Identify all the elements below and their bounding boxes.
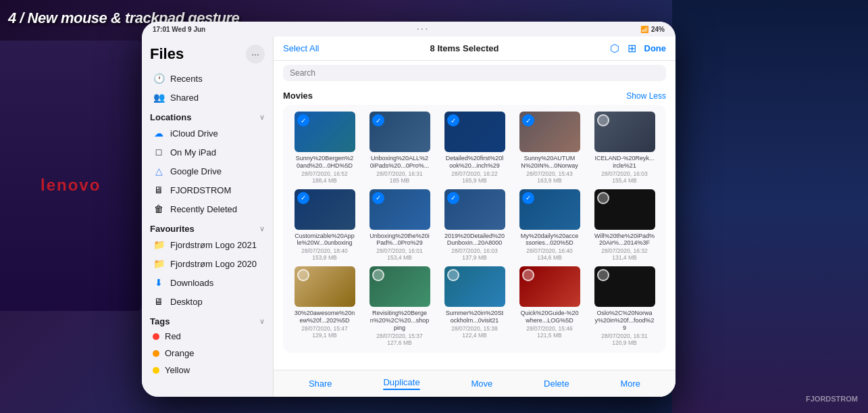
file-item-1[interactable]: ✓ Unboxing%20ALL%20iPads%20...0Pro%... 2… [365, 112, 434, 184]
move-button[interactable]: Move [471, 379, 492, 389]
file-item-12[interactable]: Summer%20in%20Stockholm...0visit21 28/07… [440, 266, 509, 345]
sidebar-item-shared[interactable]: 👥 Shared [145, 88, 270, 107]
favourites-section-header[interactable]: Favourites ∨ [142, 218, 273, 235]
sidebar-item-recently-deleted[interactable]: 🗑 Recently Deleted [145, 199, 270, 218]
share-toolbar-icon[interactable]: ⬡ [610, 42, 619, 55]
sidebar-item-fjordstrom[interactable]: 🖥 FJORDSTROM [145, 180, 270, 199]
sidebar-item-recents[interactable]: 🕐 Recents [145, 69, 270, 88]
file-item-3[interactable]: ✓ Sunny%20AUTUMN%20IN%...0Norway 28/07/2… [515, 112, 584, 184]
scroll-area[interactable]: Movies Show Less ✓ Sunny%20Bergen%20and%… [274, 85, 675, 370]
file-size-6: 153,4 MB [387, 254, 411, 261]
file-thumb-14 [594, 266, 655, 307]
sidebar-tag-yellow[interactable]: Yellow [145, 362, 270, 379]
sidebar-item-googledrive[interactable]: △ Google Drive [145, 162, 270, 180]
file-size-11: 127,6 MB [387, 339, 411, 346]
search-input[interactable] [283, 65, 666, 81]
grid-icon[interactable]: ⊞ [628, 42, 636, 55]
sidebar-item-logo2020[interactable]: 📁 Fjordstrøm Logo 2020 [145, 254, 270, 273]
toolbar-right: ⬡ ⊞ Done [610, 42, 667, 55]
file-item-0[interactable]: ✓ Sunny%20Bergen%20and%20...0HD%5D 28/07… [290, 112, 359, 184]
file-size-1: 185 MB [390, 177, 409, 184]
sidebar-title: Files [150, 45, 184, 63]
delete-button[interactable]: Delete [544, 379, 569, 389]
file-date-6: 28/07/2020, 16:01 [376, 247, 423, 254]
folder-icon-2: 📁 [153, 258, 165, 270]
file-item-2[interactable]: ✓ Detailed%20first%20look%20...inch%29 2… [440, 112, 509, 184]
duplicate-button[interactable]: Duplicate [383, 377, 419, 390]
file-item-9[interactable]: Will%20the%20iPad%20Air%...2014%3F 28/07… [590, 189, 659, 262]
file-thumb-11 [369, 266, 430, 307]
file-size-2: 165,9 MB [462, 177, 486, 184]
trash-icon: 🗑 [153, 203, 165, 215]
file-size-13: 121,5 MB [537, 332, 561, 339]
check-5: ✓ [297, 192, 309, 204]
sidebar-header: Files ··· [142, 42, 273, 69]
file-item-7[interactable]: ✓ 2019%20Detailed%20Dunboxin...20A8000 2… [440, 189, 509, 262]
check-empty-11 [372, 269, 384, 281]
recently-deleted-label: Recently Deleted [170, 204, 237, 214]
battery-level: 24% [651, 26, 665, 33]
desktop-icon: 🖥 [153, 295, 165, 308]
check-empty-10 [297, 269, 309, 281]
file-size-3: 163,9 MB [537, 177, 561, 184]
file-date-4: 28/07/2020, 16:03 [601, 170, 648, 177]
folder-icon-1: 📁 [153, 239, 165, 251]
file-item-8[interactable]: ✓ My%20daily%20accessories...020%5D 28/0… [515, 189, 584, 262]
red-tag-dot [153, 333, 159, 340]
file-thumb-4 [594, 112, 655, 152]
file-thumb-0: ✓ [295, 112, 355, 152]
file-size-10: 129,1 MB [312, 332, 336, 339]
sidebar: Files ··· 🕐 Recents 👥 Shared L [142, 37, 274, 397]
file-size-7: 137,9 MB [462, 254, 486, 261]
sidebar-item-logo2021[interactable]: 📁 Fjordstrøm Logo 2021 [145, 235, 270, 254]
locations-section-header[interactable]: Locations ∨ [142, 107, 273, 124]
icloud-icon: ☁ [153, 127, 165, 139]
file-item-4[interactable]: ICELAND-%20Reyk...ircle%21 28/07/2020, 1… [590, 112, 659, 184]
shared-label: Shared [170, 93, 199, 103]
status-time: 17:01 Wed 9 Jun [153, 26, 205, 33]
sidebar-item-desktop[interactable]: 🖥 Desktop [145, 292, 270, 311]
share-button[interactable]: Share [309, 379, 332, 389]
tags-title: Tags [150, 316, 170, 326]
sidebar-tag-red[interactable]: Red [145, 328, 270, 345]
selected-count: 8 Items Selected [430, 43, 499, 53]
file-name-7: 2019%20Detailed%20Dunboxin...20A8000 [444, 233, 505, 247]
sidebar-item-downloads[interactable]: ⬇ Downloads [145, 273, 270, 292]
sidebar-item-ipad[interactable]: □ On My iPad [145, 143, 270, 162]
file-item-6[interactable]: ✓ Unboxing%20the%20iPad%...0Pro%29 28/07… [365, 189, 434, 262]
file-item-11[interactable]: Revisiting%20Bergen%20%2C%20...shopping … [365, 266, 434, 345]
file-thumb-13 [519, 266, 580, 307]
ipad-icon: □ [153, 146, 165, 158]
downloads-label: Downloads [170, 278, 213, 288]
done-button[interactable]: Done [644, 43, 667, 53]
file-item-13[interactable]: Quick%20Guide-%20where...LOG%5D 28/07/20… [515, 266, 584, 345]
file-thumb-10 [295, 266, 355, 307]
file-thumb-3: ✓ [519, 112, 580, 152]
status-dots: ··· [416, 23, 429, 35]
logo2020-label: Fjordstrøm Logo 2020 [170, 259, 257, 269]
file-thumb-9 [594, 189, 655, 230]
file-item-14[interactable]: Oslo%2C%20Norway%20in%20f...food%29 28/0… [590, 266, 659, 345]
more-button[interactable]: More [620, 379, 640, 389]
select-all-button[interactable]: Select All [283, 43, 319, 53]
file-date-0: 28/07/2020, 16:52 [301, 170, 348, 177]
sidebar-menu-button[interactable]: ··· [246, 45, 265, 64]
file-thumb-12 [444, 266, 505, 307]
file-item-10[interactable]: 30%20awesome%20new%20f...202%5D 28/07/20… [290, 266, 359, 345]
bottom-toolbar: Share Duplicate Move Delete More [274, 370, 675, 397]
check-0: ✓ [297, 114, 309, 126]
file-item-5[interactable]: ✓ Customizable%20Apple%20W...0unboxing 2… [290, 189, 359, 262]
check-empty-13 [522, 269, 534, 281]
sidebar-item-icloud[interactable]: ☁ iCloud Drive [145, 124, 270, 143]
tags-section-header[interactable]: Tags ∨ [142, 311, 273, 328]
ipad-label: On My iPad [170, 147, 216, 157]
file-size-4: 155,4 MB [612, 177, 636, 184]
show-less-button[interactable]: Show Less [626, 91, 666, 101]
outer-background: 4 / New mouse & trackpad gesture lenovo … [0, 0, 868, 413]
toolbar: Select All 8 Items Selected ⬡ ⊞ Done [274, 37, 675, 61]
file-date-2: 28/07/2020, 16:22 [451, 170, 498, 177]
file-date-1: 28/07/2020, 16:31 [376, 170, 423, 177]
sidebar-tag-orange[interactable]: Orange [145, 345, 270, 362]
file-name-2: Detailed%20first%20look%20...inch%29 [444, 155, 505, 170]
file-thumb-2: ✓ [444, 112, 505, 152]
